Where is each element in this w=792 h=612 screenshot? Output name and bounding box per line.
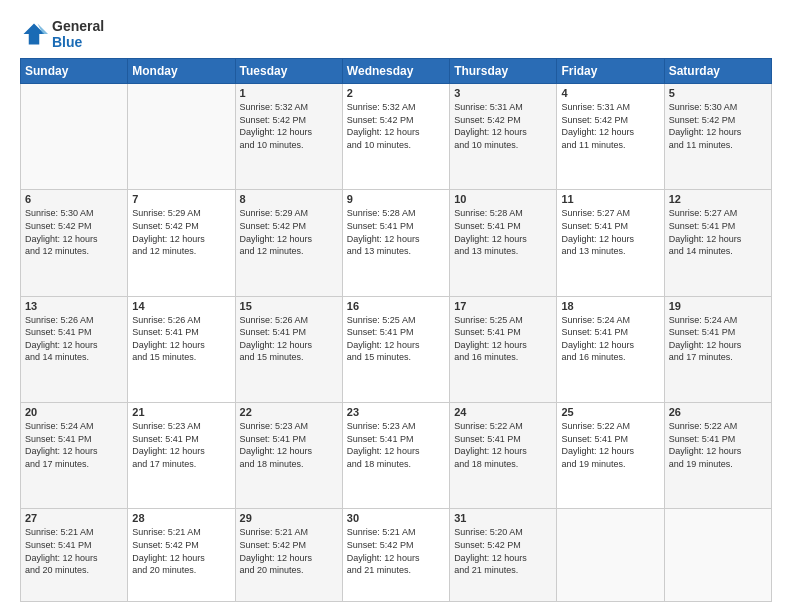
weekday-header: Wednesday	[342, 59, 449, 84]
day-number: 29	[240, 512, 338, 524]
day-number: 9	[347, 193, 445, 205]
calendar-cell	[128, 84, 235, 190]
calendar-cell: 29Sunrise: 5:21 AM Sunset: 5:42 PM Dayli…	[235, 509, 342, 602]
weekday-header: Friday	[557, 59, 664, 84]
day-info: Sunrise: 5:25 AM Sunset: 5:41 PM Dayligh…	[347, 314, 445, 364]
day-info: Sunrise: 5:21 AM Sunset: 5:41 PM Dayligh…	[25, 526, 123, 576]
day-info: Sunrise: 5:21 AM Sunset: 5:42 PM Dayligh…	[240, 526, 338, 576]
day-info: Sunrise: 5:31 AM Sunset: 5:42 PM Dayligh…	[454, 101, 552, 151]
day-number: 3	[454, 87, 552, 99]
day-number: 28	[132, 512, 230, 524]
calendar-cell: 2Sunrise: 5:32 AM Sunset: 5:42 PM Daylig…	[342, 84, 449, 190]
header: General Blue	[20, 18, 772, 50]
day-number: 5	[669, 87, 767, 99]
weekday-header: Sunday	[21, 59, 128, 84]
weekday-header: Saturday	[664, 59, 771, 84]
day-info: Sunrise: 5:24 AM Sunset: 5:41 PM Dayligh…	[25, 420, 123, 470]
day-info: Sunrise: 5:22 AM Sunset: 5:41 PM Dayligh…	[454, 420, 552, 470]
calendar-cell: 28Sunrise: 5:21 AM Sunset: 5:42 PM Dayli…	[128, 509, 235, 602]
day-number: 23	[347, 406, 445, 418]
day-info: Sunrise: 5:29 AM Sunset: 5:42 PM Dayligh…	[240, 207, 338, 257]
calendar-cell: 15Sunrise: 5:26 AM Sunset: 5:41 PM Dayli…	[235, 296, 342, 402]
day-info: Sunrise: 5:25 AM Sunset: 5:41 PM Dayligh…	[454, 314, 552, 364]
day-number: 10	[454, 193, 552, 205]
day-info: Sunrise: 5:21 AM Sunset: 5:42 PM Dayligh…	[347, 526, 445, 576]
day-info: Sunrise: 5:22 AM Sunset: 5:41 PM Dayligh…	[561, 420, 659, 470]
day-number: 30	[347, 512, 445, 524]
calendar-cell: 22Sunrise: 5:23 AM Sunset: 5:41 PM Dayli…	[235, 403, 342, 509]
day-number: 4	[561, 87, 659, 99]
day-number: 17	[454, 300, 552, 312]
day-info: Sunrise: 5:28 AM Sunset: 5:41 PM Dayligh…	[454, 207, 552, 257]
day-info: Sunrise: 5:31 AM Sunset: 5:42 PM Dayligh…	[561, 101, 659, 151]
weekday-header: Thursday	[450, 59, 557, 84]
calendar-cell: 20Sunrise: 5:24 AM Sunset: 5:41 PM Dayli…	[21, 403, 128, 509]
day-info: Sunrise: 5:26 AM Sunset: 5:41 PM Dayligh…	[25, 314, 123, 364]
day-number: 19	[669, 300, 767, 312]
day-number: 31	[454, 512, 552, 524]
day-number: 8	[240, 193, 338, 205]
day-number: 16	[347, 300, 445, 312]
calendar-cell: 3Sunrise: 5:31 AM Sunset: 5:42 PM Daylig…	[450, 84, 557, 190]
day-number: 20	[25, 406, 123, 418]
day-info: Sunrise: 5:26 AM Sunset: 5:41 PM Dayligh…	[240, 314, 338, 364]
day-info: Sunrise: 5:30 AM Sunset: 5:42 PM Dayligh…	[25, 207, 123, 257]
calendar-cell: 6Sunrise: 5:30 AM Sunset: 5:42 PM Daylig…	[21, 190, 128, 296]
calendar-cell: 31Sunrise: 5:20 AM Sunset: 5:42 PM Dayli…	[450, 509, 557, 602]
day-number: 1	[240, 87, 338, 99]
calendar-cell: 10Sunrise: 5:28 AM Sunset: 5:41 PM Dayli…	[450, 190, 557, 296]
calendar-cell: 21Sunrise: 5:23 AM Sunset: 5:41 PM Dayli…	[128, 403, 235, 509]
calendar-cell: 27Sunrise: 5:21 AM Sunset: 5:41 PM Dayli…	[21, 509, 128, 602]
calendar-cell: 5Sunrise: 5:30 AM Sunset: 5:42 PM Daylig…	[664, 84, 771, 190]
day-number: 14	[132, 300, 230, 312]
day-info: Sunrise: 5:26 AM Sunset: 5:41 PM Dayligh…	[132, 314, 230, 364]
day-info: Sunrise: 5:27 AM Sunset: 5:41 PM Dayligh…	[561, 207, 659, 257]
calendar-cell	[21, 84, 128, 190]
weekday-header: Tuesday	[235, 59, 342, 84]
day-info: Sunrise: 5:23 AM Sunset: 5:41 PM Dayligh…	[347, 420, 445, 470]
day-number: 6	[25, 193, 123, 205]
day-number: 26	[669, 406, 767, 418]
calendar-cell: 17Sunrise: 5:25 AM Sunset: 5:41 PM Dayli…	[450, 296, 557, 402]
day-info: Sunrise: 5:29 AM Sunset: 5:42 PM Dayligh…	[132, 207, 230, 257]
day-number: 24	[454, 406, 552, 418]
day-info: Sunrise: 5:23 AM Sunset: 5:41 PM Dayligh…	[132, 420, 230, 470]
calendar-cell: 24Sunrise: 5:22 AM Sunset: 5:41 PM Dayli…	[450, 403, 557, 509]
calendar-cell: 1Sunrise: 5:32 AM Sunset: 5:42 PM Daylig…	[235, 84, 342, 190]
day-info: Sunrise: 5:32 AM Sunset: 5:42 PM Dayligh…	[347, 101, 445, 151]
day-number: 15	[240, 300, 338, 312]
calendar-cell: 16Sunrise: 5:25 AM Sunset: 5:41 PM Dayli…	[342, 296, 449, 402]
page: General Blue SundayMondayTuesdayWednesda…	[0, 0, 792, 612]
calendar-cell	[557, 509, 664, 602]
day-number: 21	[132, 406, 230, 418]
calendar-cell: 12Sunrise: 5:27 AM Sunset: 5:41 PM Dayli…	[664, 190, 771, 296]
calendar-cell: 7Sunrise: 5:29 AM Sunset: 5:42 PM Daylig…	[128, 190, 235, 296]
calendar-cell: 18Sunrise: 5:24 AM Sunset: 5:41 PM Dayli…	[557, 296, 664, 402]
day-info: Sunrise: 5:23 AM Sunset: 5:41 PM Dayligh…	[240, 420, 338, 470]
day-info: Sunrise: 5:27 AM Sunset: 5:41 PM Dayligh…	[669, 207, 767, 257]
logo-icon	[20, 20, 48, 48]
calendar-cell: 30Sunrise: 5:21 AM Sunset: 5:42 PM Dayli…	[342, 509, 449, 602]
svg-marker-0	[24, 24, 45, 45]
calendar-cell: 23Sunrise: 5:23 AM Sunset: 5:41 PM Dayli…	[342, 403, 449, 509]
day-number: 27	[25, 512, 123, 524]
calendar-cell: 13Sunrise: 5:26 AM Sunset: 5:41 PM Dayli…	[21, 296, 128, 402]
logo-text: General Blue	[52, 18, 104, 50]
calendar-cell: 4Sunrise: 5:31 AM Sunset: 5:42 PM Daylig…	[557, 84, 664, 190]
day-info: Sunrise: 5:28 AM Sunset: 5:41 PM Dayligh…	[347, 207, 445, 257]
calendar-cell: 9Sunrise: 5:28 AM Sunset: 5:41 PM Daylig…	[342, 190, 449, 296]
calendar-table: SundayMondayTuesdayWednesdayThursdayFrid…	[20, 58, 772, 602]
day-number: 12	[669, 193, 767, 205]
calendar-cell: 14Sunrise: 5:26 AM Sunset: 5:41 PM Dayli…	[128, 296, 235, 402]
day-number: 25	[561, 406, 659, 418]
day-info: Sunrise: 5:21 AM Sunset: 5:42 PM Dayligh…	[132, 526, 230, 576]
calendar-cell	[664, 509, 771, 602]
day-number: 2	[347, 87, 445, 99]
logo: General Blue	[20, 18, 104, 50]
day-info: Sunrise: 5:30 AM Sunset: 5:42 PM Dayligh…	[669, 101, 767, 151]
day-info: Sunrise: 5:22 AM Sunset: 5:41 PM Dayligh…	[669, 420, 767, 470]
calendar-cell: 8Sunrise: 5:29 AM Sunset: 5:42 PM Daylig…	[235, 190, 342, 296]
day-number: 7	[132, 193, 230, 205]
day-info: Sunrise: 5:32 AM Sunset: 5:42 PM Dayligh…	[240, 101, 338, 151]
day-number: 11	[561, 193, 659, 205]
